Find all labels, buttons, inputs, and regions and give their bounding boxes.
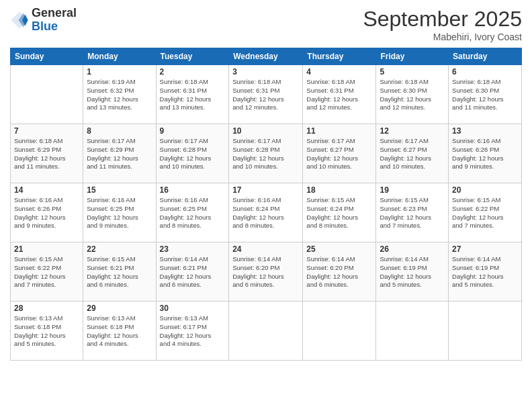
calendar-cell [449,302,522,361]
calendar-cell: 19Sunrise: 6:15 AM Sunset: 6:23 PM Dayli… [376,183,449,242]
day-info: Sunrise: 6:13 AM Sunset: 6:18 PM Dayligh… [87,314,152,349]
weekday-header-tuesday: Tuesday [156,48,229,65]
day-info: Sunrise: 6:14 AM Sunset: 6:20 PM Dayligh… [232,255,299,289]
calendar-cell: 4Sunrise: 6:18 AM Sunset: 6:31 PM Daylig… [303,65,376,124]
calendar-cell: 9Sunrise: 6:17 AM Sunset: 6:28 PM Daylig… [156,124,229,183]
day-number: 20 [452,185,518,195]
day-info: Sunrise: 6:13 AM Sunset: 6:17 PM Dayligh… [160,314,226,349]
day-info: Sunrise: 6:16 AM Sunset: 6:26 PM Dayligh… [452,137,518,171]
day-info: Sunrise: 6:15 AM Sunset: 6:22 PM Dayligh… [14,255,79,289]
weekday-header-friday: Friday [376,48,449,65]
calendar-cell [376,302,449,361]
calendar-cell: 18Sunrise: 6:15 AM Sunset: 6:24 PM Dayli… [303,183,376,242]
week-row-3: 14Sunrise: 6:16 AM Sunset: 6:26 PM Dayli… [11,183,522,242]
day-number: 6 [452,67,518,77]
day-info: Sunrise: 6:17 AM Sunset: 6:27 PM Dayligh… [380,137,445,171]
day-number: 14 [14,185,79,195]
calendar-cell: 13Sunrise: 6:16 AM Sunset: 6:26 PM Dayli… [449,124,522,183]
day-number: 21 [14,244,79,254]
day-info: Sunrise: 6:14 AM Sunset: 6:19 PM Dayligh… [452,255,518,289]
title-block: September 2025 Mabehiri, Ivory Coast [363,7,522,42]
day-info: Sunrise: 6:17 AM Sunset: 6:28 PM Dayligh… [232,137,299,171]
weekday-header-wednesday: Wednesday [229,48,303,65]
logo-text: General Blue [32,7,77,34]
calendar-cell: 17Sunrise: 6:16 AM Sunset: 6:24 PM Dayli… [229,183,303,242]
day-info: Sunrise: 6:15 AM Sunset: 6:24 PM Dayligh… [306,196,372,230]
day-number: 29 [87,304,152,313]
logo-general: General [32,7,77,20]
calendar-cell: 8Sunrise: 6:17 AM Sunset: 6:29 PM Daylig… [83,124,156,183]
day-number: 19 [380,185,445,195]
day-number: 24 [232,244,299,254]
day-info: Sunrise: 6:18 AM Sunset: 6:30 PM Dayligh… [452,78,518,112]
calendar-cell: 7Sunrise: 6:18 AM Sunset: 6:29 PM Daylig… [11,124,83,183]
day-info: Sunrise: 6:15 AM Sunset: 6:22 PM Dayligh… [452,196,518,230]
calendar-cell: 28Sunrise: 6:13 AM Sunset: 6:18 PM Dayli… [11,302,83,361]
logo: General Blue [10,7,77,34]
day-number: 9 [160,126,226,136]
day-info: Sunrise: 6:14 AM Sunset: 6:19 PM Dayligh… [380,255,445,289]
day-info: Sunrise: 6:16 AM Sunset: 6:25 PM Dayligh… [87,196,152,230]
day-info: Sunrise: 6:13 AM Sunset: 6:18 PM Dayligh… [14,314,79,349]
calendar-cell [303,302,376,361]
day-info: Sunrise: 6:14 AM Sunset: 6:21 PM Dayligh… [160,255,226,289]
calendar-cell: 26Sunrise: 6:14 AM Sunset: 6:19 PM Dayli… [376,242,449,302]
day-info: Sunrise: 6:17 AM Sunset: 6:28 PM Dayligh… [160,137,226,171]
day-info: Sunrise: 6:17 AM Sunset: 6:27 PM Dayligh… [306,137,372,171]
day-number: 27 [452,244,518,254]
day-number: 23 [160,244,226,254]
day-info: Sunrise: 6:15 AM Sunset: 6:23 PM Dayligh… [380,196,445,230]
day-number: 5 [380,67,445,77]
day-number: 4 [306,67,372,77]
day-number: 18 [306,185,372,195]
day-number: 13 [452,126,518,136]
calendar-cell: 24Sunrise: 6:14 AM Sunset: 6:20 PM Dayli… [229,242,303,302]
day-number: 16 [160,185,226,195]
day-number: 2 [160,67,226,77]
weekday-header-sunday: Sunday [11,48,83,65]
weekday-header-monday: Monday [83,48,156,65]
day-info: Sunrise: 6:16 AM Sunset: 6:26 PM Dayligh… [14,196,79,230]
weekday-header-row: SundayMondayTuesdayWednesdayThursdayFrid… [11,48,522,65]
day-number: 7 [14,126,79,136]
day-info: Sunrise: 6:14 AM Sunset: 6:20 PM Dayligh… [306,255,372,289]
day-number: 30 [160,304,226,313]
day-number: 1 [87,67,152,77]
location-subtitle: Mabehiri, Ivory Coast [363,32,522,42]
day-number: 25 [306,244,372,254]
calendar-cell: 21Sunrise: 6:15 AM Sunset: 6:22 PM Dayli… [11,242,83,302]
calendar-cell [229,302,303,361]
page-header: General Blue September 2025 Mabehiri, Iv… [10,7,522,42]
calendar-table: SundayMondayTuesdayWednesdayThursdayFrid… [10,48,522,361]
calendar-cell: 15Sunrise: 6:16 AM Sunset: 6:25 PM Dayli… [83,183,156,242]
calendar-cell: 16Sunrise: 6:16 AM Sunset: 6:25 PM Dayli… [156,183,229,242]
logo-icon [10,11,29,30]
calendar-cell: 2Sunrise: 6:18 AM Sunset: 6:31 PM Daylig… [156,65,229,124]
day-info: Sunrise: 6:18 AM Sunset: 6:31 PM Dayligh… [160,78,226,112]
day-info: Sunrise: 6:18 AM Sunset: 6:31 PM Dayligh… [232,78,299,112]
calendar-cell: 10Sunrise: 6:17 AM Sunset: 6:28 PM Dayli… [229,124,303,183]
calendar-cell: 20Sunrise: 6:15 AM Sunset: 6:22 PM Dayli… [449,183,522,242]
day-number: 12 [380,126,445,136]
day-info: Sunrise: 6:18 AM Sunset: 6:29 PM Dayligh… [14,137,79,171]
calendar-cell: 25Sunrise: 6:14 AM Sunset: 6:20 PM Dayli… [303,242,376,302]
calendar-cell: 3Sunrise: 6:18 AM Sunset: 6:31 PM Daylig… [229,65,303,124]
day-number: 11 [306,126,372,136]
logo-blue: Blue [32,20,77,34]
calendar-cell: 22Sunrise: 6:15 AM Sunset: 6:21 PM Dayli… [83,242,156,302]
day-number: 17 [232,185,299,195]
calendar-cell: 14Sunrise: 6:16 AM Sunset: 6:26 PM Dayli… [11,183,83,242]
day-number: 8 [87,126,152,136]
calendar-cell: 11Sunrise: 6:17 AM Sunset: 6:27 PM Dayli… [303,124,376,183]
day-info: Sunrise: 6:18 AM Sunset: 6:30 PM Dayligh… [380,78,445,112]
day-number: 22 [87,244,152,254]
calendar-cell: 30Sunrise: 6:13 AM Sunset: 6:17 PM Dayli… [156,302,229,361]
calendar-cell: 27Sunrise: 6:14 AM Sunset: 6:19 PM Dayli… [449,242,522,302]
calendar-cell: 1Sunrise: 6:19 AM Sunset: 6:32 PM Daylig… [83,65,156,124]
day-number: 26 [380,244,445,254]
week-row-2: 7Sunrise: 6:18 AM Sunset: 6:29 PM Daylig… [11,124,522,183]
day-info: Sunrise: 6:16 AM Sunset: 6:24 PM Dayligh… [232,196,299,230]
day-info: Sunrise: 6:19 AM Sunset: 6:32 PM Dayligh… [87,78,152,112]
day-info: Sunrise: 6:18 AM Sunset: 6:31 PM Dayligh… [306,78,372,112]
weekday-header-saturday: Saturday [449,48,522,65]
